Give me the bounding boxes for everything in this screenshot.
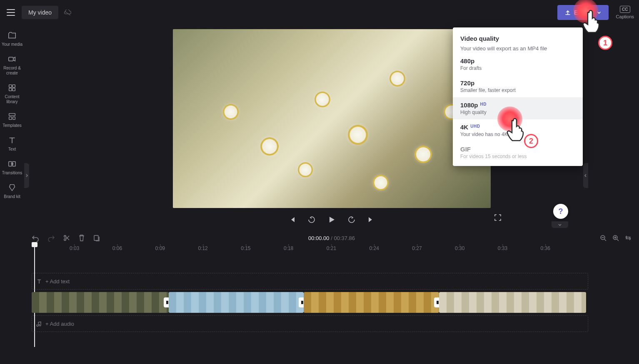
scissors-icon[interactable] — [63, 235, 70, 241]
quality-option-1080p[interactable]: 1080pHD High quality — [453, 97, 583, 119]
timeline-toolbar: 00:00.00 / 00:37.86 — [24, 231, 639, 245]
menu-hamburger-icon[interactable] — [5, 7, 17, 18]
video-title-input[interactable]: My video — [22, 6, 58, 19]
sidebar-label: Transitions — [2, 171, 22, 176]
sidebar-item-brand-kit[interactable]: Brand kit — [0, 183, 24, 199]
ruler-tick: 0:30 — [455, 245, 464, 251]
fullscreen-icon[interactable] — [494, 214, 502, 221]
sidebar-label: Templates — [2, 123, 22, 128]
ruler-tick: 0:33 — [498, 245, 507, 251]
forward-icon[interactable] — [347, 215, 356, 224]
ruler-tick: 0:03 — [70, 245, 79, 251]
ruler-tick: 0:18 — [284, 245, 293, 251]
export-quality-dropdown: Video quality Your video will export as … — [453, 27, 583, 166]
ruler-tick: 0:21 — [327, 245, 336, 251]
trash-icon[interactable] — [78, 234, 85, 242]
svg-rect-1 — [9, 85, 12, 87]
sidebar-label: Your media — [2, 42, 22, 47]
transition-badge-icon[interactable] — [434, 297, 439, 307]
video-clip-1[interactable] — [32, 292, 169, 313]
split-icon[interactable] — [93, 234, 101, 242]
sidebar-item-record-create[interactable]: Record & create — [0, 54, 24, 76]
svg-rect-4 — [12, 88, 15, 91]
sidebar-item-text[interactable]: Text — [0, 136, 24, 152]
playhead-handle[interactable] — [32, 242, 37, 247]
templates-icon — [7, 112, 17, 121]
chevron-down-icon — [597, 10, 601, 15]
zoom-out-icon[interactable] — [600, 235, 607, 241]
captions-button[interactable]: CC Captions — [616, 6, 634, 19]
topbar: My video Export CC Captions — [0, 0, 639, 25]
sidebar: Your media Record & create Content libra… — [0, 25, 24, 199]
zoom-in-icon[interactable] — [612, 235, 619, 241]
video-clip-4[interactable] — [439, 292, 586, 313]
audio-track[interactable]: + Add audio — [32, 315, 588, 332]
redo-icon[interactable] — [47, 234, 55, 242]
ruler-tick: 0:09 — [155, 245, 165, 251]
export-button[interactable]: Export — [557, 5, 608, 20]
transition-badge-icon[interactable] — [164, 297, 169, 307]
player-controls — [288, 215, 375, 225]
folder-icon — [7, 31, 17, 40]
quality-option-4k[interactable]: 4KUHD Your video has no 4K media — [453, 119, 583, 141]
dropdown-subtitle: Your video will export as an MP4 file — [460, 45, 575, 52]
add-audio-hint: + Add audio — [36, 321, 74, 327]
svg-rect-6 — [9, 117, 12, 119]
svg-rect-19 — [437, 301, 439, 304]
expand-down-tab[interactable] — [552, 221, 568, 228]
undo-icon[interactable] — [32, 234, 39, 242]
camcorder-icon — [7, 54, 17, 64]
svg-rect-5 — [9, 114, 15, 116]
skip-back-icon[interactable] — [288, 215, 297, 224]
svg-rect-7 — [13, 117, 15, 119]
brandkit-icon — [7, 183, 17, 192]
fit-timeline-icon[interactable] — [625, 235, 632, 241]
play-icon[interactable] — [327, 215, 337, 225]
svg-rect-17 — [301, 301, 303, 304]
text-icon — [7, 136, 17, 145]
ruler-tick: 0:27 — [412, 245, 422, 251]
video-clip-3[interactable] — [304, 292, 439, 313]
cloud-sync-icon — [63, 10, 72, 15]
quality-option-720p[interactable]: 720p Smaller file, faster export — [453, 75, 583, 97]
ruler-tick: 0:12 — [198, 245, 207, 251]
sidebar-label: Record & create — [1, 66, 23, 76]
transitions-icon — [7, 159, 17, 168]
sidebar-label: Text — [8, 147, 16, 152]
upload-icon — [565, 10, 571, 15]
ruler-tick: 0:36 — [541, 245, 550, 251]
sidebar-item-content-library[interactable]: Content library — [0, 83, 24, 104]
time-display: 00:00.00 / 00:37.86 — [308, 235, 355, 241]
svg-point-10 — [64, 235, 66, 237]
video-clip-2[interactable] — [169, 292, 304, 313]
video-track[interactable] — [32, 292, 588, 313]
track-spacer — [32, 256, 588, 270]
sidebar-item-transitions[interactable]: Transitions — [0, 159, 24, 176]
quality-option-480p[interactable]: 480p For drafts — [453, 53, 583, 75]
dropdown-title: Video quality — [460, 35, 575, 42]
quality-option-gif[interactable]: GIF For videos 15 seconds or less — [453, 141, 583, 163]
timeline-ruler[interactable]: 0:030:060:090:120:150:180:210:240:270:30… — [32, 245, 588, 254]
add-text-hint: + Add text — [36, 278, 70, 285]
text-track[interactable]: + Add text — [32, 273, 588, 290]
export-label: Export — [574, 9, 591, 16]
skip-forward-icon[interactable] — [367, 215, 375, 224]
svg-rect-3 — [9, 88, 12, 91]
cc-icon: CC — [620, 6, 630, 13]
sidebar-item-templates[interactable]: Templates — [0, 112, 24, 128]
zoom-tools — [600, 235, 632, 241]
library-icon — [7, 83, 17, 92]
rewind-icon[interactable] — [307, 215, 316, 224]
svg-point-11 — [64, 239, 66, 240]
svg-rect-15 — [166, 301, 168, 304]
timeline-tracks: + Add text + Add audio — [32, 256, 588, 334]
transition-badge-icon[interactable] — [299, 297, 304, 307]
ruler-tick: 0:06 — [112, 245, 122, 251]
ruler-tick: 0:15 — [241, 245, 250, 251]
ruler-tick: 0:24 — [369, 245, 379, 251]
captions-label: Captions — [616, 14, 634, 19]
text-glyph-icon — [36, 278, 42, 284]
help-button[interactable]: ? — [553, 204, 568, 219]
sidebar-item-your-media[interactable]: Your media — [0, 31, 24, 47]
video-preview[interactable] — [173, 29, 491, 208]
